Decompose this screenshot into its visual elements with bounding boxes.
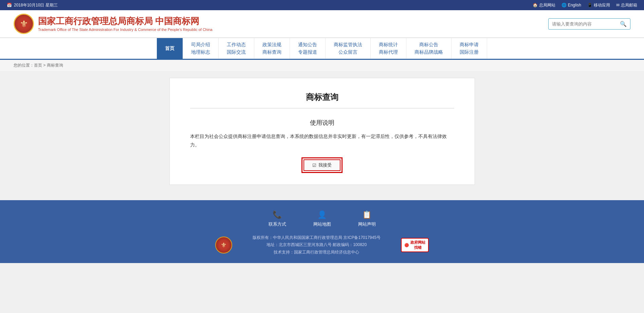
footer-link-contact[interactable]: 📞 联系方式	[269, 210, 286, 227]
footer: 📞 联系方式 👤 网站地图 📋 网站声明 ⚜ 版权所有：中华人民共和国国家工商行…	[0, 200, 644, 263]
top-bar-date: 📅 2018年10月10日 星期三	[7, 2, 58, 8]
site-header: ⚜ 国家工商行政管理总局商标局 中国商标网 Trademark Office o…	[0, 10, 644, 38]
footer-link-sitemap[interactable]: 👤 网站地图	[313, 210, 331, 227]
section-title: 使用说明	[190, 119, 454, 127]
top-link-headquarters[interactable]: 🏠 总局网站	[533, 2, 555, 8]
statement-icon: 📋	[362, 210, 371, 219]
site-title-cn: 国家工商行政管理总局商标局 中国商标网	[38, 16, 213, 27]
footer-copyright: 版权所有：中华人民共和国国家工商行政管理总局 京ICP备17017945号 地址…	[253, 234, 381, 256]
nav-item-3[interactable]: 政策法规 商标查询	[254, 38, 290, 59]
date-text: 2018年10月10日 星期三	[14, 2, 58, 8]
section-body: 本栏目为社会公众提供商标注册申请信息查询，本系统的数据信息并非实时更新，有一定滞…	[190, 132, 454, 149]
logo-area: ⚜ 国家工商行政管理总局商标局 中国商标网 Trademark Office o…	[14, 14, 213, 34]
page-title: 商标查询	[190, 92, 454, 108]
phone-icon: 📞	[273, 210, 282, 219]
nav-item-5[interactable]: 商标监管执法 公众留言	[326, 38, 371, 59]
search-box: 🔍	[548, 18, 630, 30]
calendar-icon: 📅	[7, 3, 12, 7]
footer-link-statement[interactable]: 📋 网站声明	[358, 210, 376, 227]
home-icon: 🏠	[533, 3, 538, 7]
sitemap-icon: 👤	[317, 210, 327, 219]
accept-wrapper: ☑ 我接受	[190, 159, 454, 171]
email-icon: ✉	[616, 3, 620, 7]
logo-emblem: ⚜	[14, 14, 34, 34]
content-box: 商标查询 使用说明 本栏目为社会公众提供商标注册申请信息查询，本系统的数据信息并…	[169, 78, 475, 185]
site-title-en: Trademark Office of The State Administra…	[38, 28, 213, 32]
nav-item-6[interactable]: 商标统计 商标代理	[371, 38, 406, 59]
nav-item-1[interactable]: 司局介绍 地理标志	[183, 38, 219, 59]
main-nav: 首页 司局介绍 地理标志 工作动态 国际交流 政策法规 商标查询 通知公告 专题…	[0, 38, 644, 60]
globe-icon: 🌐	[562, 3, 567, 7]
main-content: 商标查询 使用说明 本栏目为社会公众提供商标注册申请信息查询，本系统的数据信息并…	[0, 71, 644, 200]
top-link-mobile[interactable]: 📱 移动应用	[587, 2, 610, 8]
nav-item-2[interactable]: 工作动态 国际交流	[219, 38, 254, 59]
accept-button[interactable]: ☑ 我接受	[303, 159, 341, 171]
gov-badge-icon: 🔴	[404, 243, 409, 247]
nav-item-7[interactable]: 商标公告 商标品牌战略	[406, 38, 452, 59]
nav-home[interactable]: 首页	[157, 38, 183, 59]
top-link-email[interactable]: ✉ 总局邮箱	[616, 2, 637, 8]
customs-logo: ⚜	[215, 237, 232, 254]
top-link-english[interactable]: 🌐 English	[562, 3, 581, 7]
checkbox-icon: ☑	[312, 163, 316, 168]
top-bar-links: 🏠 总局网站 🌐 English 📱 移动应用 ✉ 总局邮箱	[533, 2, 637, 8]
search-button[interactable]: 🔍	[617, 19, 630, 29]
search-input[interactable]	[549, 19, 617, 29]
nav-item-4[interactable]: 通知公告 专题报道	[290, 38, 326, 59]
nav-item-8[interactable]: 商标申请 国际注册	[452, 38, 487, 59]
footer-links: 📞 联系方式 👤 网站地图 📋 网站声明	[7, 210, 637, 227]
search-icon: 🔍	[620, 21, 627, 27]
breadcrumb: 您的位置：首页 > 商标查询	[0, 60, 644, 71]
mobile-icon: 📱	[587, 3, 592, 7]
gov-website-badge[interactable]: 🔴 政府网站找错	[401, 238, 429, 252]
footer-bottom: ⚜ 版权所有：中华人民共和国国家工商行政管理总局 京ICP备17017945号 …	[7, 234, 637, 256]
top-bar: 📅 2018年10月10日 星期三 🏠 总局网站 🌐 English 📱 移动应…	[0, 0, 644, 10]
site-title-area: 国家工商行政管理总局商标局 中国商标网 Trademark Office of …	[38, 16, 213, 31]
